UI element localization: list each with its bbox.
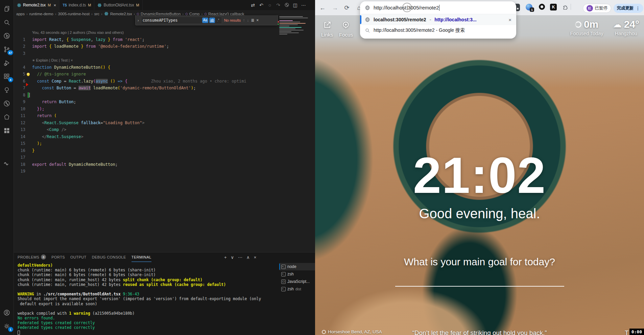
forward-icon[interactable]: →: [330, 3, 340, 13]
activity-custom-view[interactable]: [0, 110, 14, 124]
breadcrumb-item[interactable]: Remote2.tsx: [104, 12, 132, 16]
terminal-item-JavaScript...[interactable]: {}JavaScript...: [279, 278, 315, 285]
activity-search[interactable]: [0, 16, 14, 29]
activity-explorer[interactable]: [0, 2, 14, 16]
weather-widget[interactable]: ☁24° Hangzhou: [613, 19, 639, 36]
activity-testing[interactable]: [0, 83, 14, 97]
regex-toggle[interactable]: .*: [216, 18, 220, 23]
code-line-3[interactable]: 3: [14, 50, 278, 57]
todo-partial-label[interactable]: T: [625, 329, 629, 335]
toggle-replace-icon[interactable]: ›: [138, 18, 139, 22]
activity-extensions[interactable]: 4: [0, 70, 14, 83]
activity-run-debug[interactable]: [0, 56, 14, 70]
sync-editors-icon[interactable]: ⇄: [250, 2, 256, 8]
code-line-5[interactable]: 5 // @ts-ignore ignore: [14, 71, 278, 78]
activity-wave-view[interactable]: [0, 156, 14, 170]
remove-suggestion-icon[interactable]: ×: [508, 17, 511, 23]
lightbulb-icon[interactable]: [27, 73, 30, 76]
activity-git-graph[interactable]: [0, 97, 14, 110]
panel-tab-problems[interactable]: PROBLEMS8: [18, 252, 46, 262]
code-line-6[interactable]: 6 const Comp = React.lazy(async () => {Z…: [14, 78, 278, 85]
source-graph-icon[interactable]: [284, 2, 289, 8]
links-widget[interactable]: Links: [321, 21, 333, 38]
chrome-menu-icon[interactable]: ⋮: [636, 6, 640, 11]
code-line-7[interactable]: 7 const Button = await loadRemote('dynam…: [14, 85, 278, 92]
code-line-17[interactable]: 17: [14, 154, 278, 161]
breadcrumb-item[interactable]: runtime-demo: [29, 12, 53, 16]
terminal-output[interactable]: defaultVendors)chunk (runtime: main) 6 b…: [18, 263, 275, 335]
close-find-icon[interactable]: ×: [256, 18, 259, 23]
extension-globe[interactable]: 1: [526, 4, 532, 10]
code-line-11[interactable]: 11 return (: [14, 112, 278, 119]
focused-time-widget[interactable]: 0m Focused Today: [570, 19, 603, 36]
close-icon[interactable]: ×: [54, 3, 56, 8]
terminal-dropdown-icon[interactable]: ∨: [231, 255, 234, 260]
goal-input[interactable]: [395, 286, 564, 287]
code-line-1[interactable]: 1import React, { Suspense, lazy } from '…: [14, 36, 278, 43]
panel-tab-debug-console[interactable]: DEBUG CONSOLE: [92, 252, 126, 262]
panel-tab-output[interactable]: OUTPUT: [70, 252, 87, 262]
find-query[interactable]: consumeAPITypes: [143, 18, 201, 23]
code-line-16[interactable]: 16}: [14, 147, 278, 154]
nav-forward-icon[interactable]: ↷: [276, 2, 281, 8]
suggestion-row[interactable]: localhost:3005/remote2 - http://localhos…: [360, 14, 516, 25]
next-match-icon[interactable]: ↓: [247, 18, 249, 23]
panel-tab-terminal[interactable]: TERMINAL: [132, 252, 151, 262]
activity-accounts[interactable]: [0, 306, 14, 319]
codelens-text[interactable]: ✳ Explain | Doc | Test | ×: [32, 57, 73, 64]
code-line-13[interactable]: 13 <Comp />: [14, 126, 278, 133]
photo-location[interactable]: Horseshoe Bend, AZ, USA: [322, 329, 382, 334]
find-in-selection-icon[interactable]: ≣: [251, 18, 254, 23]
code-line-2[interactable]: 2import { loadRemote } from '@module-fed…: [14, 43, 278, 50]
code-line-19[interactable]: 19: [14, 168, 278, 175]
prev-match-icon[interactable]: ↑: [243, 18, 245, 23]
focus-widget[interactable]: Focus: [339, 21, 353, 38]
code-line-8[interactable]: 8: [14, 92, 278, 99]
terminal-item-node[interactable]: >_node: [279, 263, 315, 270]
code-line-4[interactable]: 4function DynamicRemoteButton() {: [14, 64, 278, 71]
code-line-15[interactable]: 15 );: [14, 140, 278, 147]
breadcrumb-item[interactable]: 3005-runtime-host: [58, 12, 90, 16]
panel-tab-ports[interactable]: PORTS: [51, 252, 65, 262]
activity-settings[interactable]: 1: [0, 319, 14, 333]
terminal-item-zsh[interactable]: >_zsh: [279, 270, 315, 278]
suggestion-row[interactable]: http://localhost:3005/remote2 - Google 搜…: [360, 25, 516, 36]
extension-ring[interactable]: [539, 4, 545, 10]
close-panel-icon[interactable]: ×: [254, 255, 257, 260]
reload-icon[interactable]: ⟳: [342, 3, 352, 13]
profile-pill[interactable]: 航 已暂停: [583, 4, 612, 13]
find-input[interactable]: consumeAPITypes Aa ab .*: [141, 17, 222, 24]
editor-tab-index.d.ts[interactable]: TSindex.d.tsM: [59, 0, 94, 10]
terminal-item-zsh[interactable]: >_zshdist: [279, 285, 315, 293]
blame-annotation[interactable]: You, 43 seconds ago | 2 authors (Zhou xi…: [14, 29, 278, 36]
activity-remote-explorer[interactable]: [0, 29, 14, 43]
nav-circle-icon[interactable]: ○: [267, 2, 272, 8]
nav-back-icon[interactable]: ↶: [259, 2, 264, 8]
editor-tab-ButtonOldAnt.tsx[interactable]: ButtonOldAnt.tsxM: [94, 0, 142, 10]
codelens-actions[interactable]: ✳ Explain | Doc | Test | ×: [14, 57, 278, 64]
new-terminal-icon[interactable]: +: [224, 255, 227, 260]
code-line-10[interactable]: 10 });: [14, 106, 278, 113]
address-bar[interactable]: http://localhost:3005/remote2: [360, 1, 516, 14]
editor-tab-Remote2.tsx[interactable]: Remote2.tsxM×: [14, 0, 59, 10]
breadcrumb-item[interactable]: src: [94, 12, 99, 16]
panel-more-icon[interactable]: ⋯: [238, 255, 242, 260]
update-chrome-button[interactable]: 完成更新 ⋮: [614, 4, 644, 13]
extensions-menu[interactable]: [562, 4, 569, 10]
code-line-14[interactable]: 14 </React.Suspense>: [14, 133, 278, 140]
minimap[interactable]: [279, 16, 314, 39]
match-case-toggle[interactable]: Aa: [202, 18, 208, 23]
extension-kagi[interactable]: K: [550, 4, 557, 10]
breadcrumb-item[interactable]: apps: [16, 12, 25, 16]
split-editor-icon[interactable]: ◫: [292, 2, 298, 8]
activity-grid-view[interactable]: [0, 124, 14, 137]
back-icon[interactable]: ←: [318, 3, 327, 13]
maximize-panel-icon[interactable]: ∧: [246, 255, 250, 260]
more-actions-icon[interactable]: ⋯: [301, 2, 306, 8]
code-line-18[interactable]: 18export default DynamicRemoteButton;: [14, 161, 278, 168]
activity-source-control[interactable]: 47: [0, 43, 14, 56]
whole-word-toggle[interactable]: ab: [209, 18, 215, 23]
code-line-12[interactable]: 12 <React.Suspense fallback="Loading But…: [14, 119, 278, 127]
code-editor[interactable]: You, 43 seconds ago | 2 authors (Zhou xi…: [14, 29, 278, 175]
code-line-9[interactable]: 9 return Button;: [14, 98, 278, 106]
